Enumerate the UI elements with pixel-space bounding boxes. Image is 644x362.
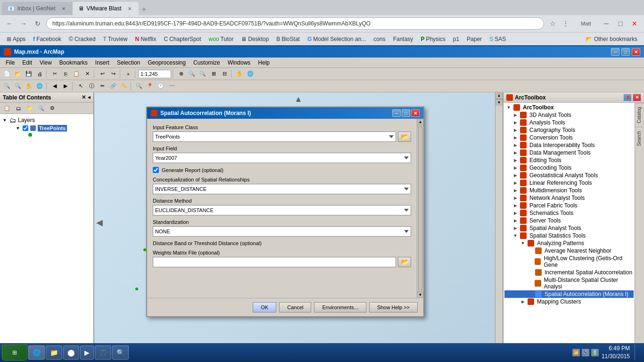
tree-parcel[interactable]: ▶ Parcel Fabric Tools	[504, 202, 634, 209]
tb-select[interactable]: ↖	[75, 82, 86, 91]
tb-delete[interactable]: ✕	[82, 69, 92, 79]
star-button[interactable]: ☆	[547, 18, 558, 29]
tab-vmware[interactable]: 🖥 VMware Blast ✕	[73, 2, 139, 15]
dialog-minimize[interactable]: ─	[392, 109, 401, 117]
tree-network[interactable]: ▶ Network Analyst Tools	[504, 194, 634, 202]
maximize-button[interactable]: □	[615, 18, 626, 29]
layers-root[interactable]: ▼ 🗂 Layers	[2, 116, 91, 124]
tree-spatial-stats[interactable]: ▼ Spatial Statistics Tools	[504, 232, 634, 239]
tb-undo[interactable]: ↩	[97, 69, 107, 79]
dialog-scrollbar[interactable]: ▲ ▼	[417, 119, 423, 298]
taskbar-ie[interactable]: 🌐	[28, 346, 45, 360]
start-button[interactable]: ⊞	[2, 345, 27, 361]
tree-server[interactable]: ▶ Server Tools	[504, 217, 634, 224]
tree-linear-ref[interactable]: ▶ Linear Referencing Tools	[504, 179, 634, 187]
bookmark-cons[interactable]: cons	[371, 35, 388, 43]
map-area[interactable]: ◀ ▲ Spatial Autocorrelation (Morans I) ─…	[94, 92, 503, 353]
taskbar-winamp[interactable]: 🎵	[95, 346, 111, 360]
tree-geostatistical[interactable]: ▶ Geostatistical Analyst Tools	[504, 172, 634, 179]
tb-fixed-zoom-in[interactable]: ⊞	[208, 69, 219, 79]
tb-time[interactable]: 🕐	[156, 82, 166, 91]
network-icon[interactable]: 📶	[572, 349, 580, 356]
dialog-maximize[interactable]: □	[402, 109, 410, 117]
tb-paste[interactable]: 📋	[71, 69, 82, 79]
spatial-autocorrelation-dialog[interactable]: Spatial Autocorrelation (Morans I) ─ □ ✕…	[146, 107, 424, 317]
forward-button[interactable]: →	[18, 18, 29, 29]
menu-insert[interactable]: Insert	[91, 58, 113, 67]
tree-avg-nearest-neighbor[interactable]: ▶ Average Nearest Neighbor	[504, 247, 634, 255]
tree-3d-analyst[interactable]: ▶ 3D Analyst Tools	[504, 111, 634, 119]
user-button[interactable]: Matt	[574, 18, 598, 29]
map-nav-left[interactable]: ◀	[96, 217, 103, 228]
tb-edit2[interactable]: ✏	[97, 82, 107, 91]
bookmark-facebook[interactable]: f Facebook	[30, 35, 64, 43]
menu-bookmarks[interactable]: Bookmarks	[56, 58, 91, 67]
arcmap-minimize[interactable]: ─	[611, 48, 619, 56]
input-field-select[interactable]: Year2007	[153, 153, 411, 163]
arcmap-close[interactable]: ✕	[632, 48, 640, 56]
tb-new[interactable]: 📄	[2, 69, 12, 79]
menu-customize[interactable]: Customize	[190, 58, 224, 67]
tb-pan[interactable]: ✋	[234, 69, 245, 79]
bookmark-p1[interactable]: p1	[450, 35, 462, 43]
dialog-close[interactable]: ✕	[411, 109, 420, 117]
weights-matrix-browse[interactable]: 📂	[398, 257, 411, 267]
menu-help[interactable]: Help	[254, 58, 273, 67]
bookmark-netflix[interactable]: N Netflix	[132, 35, 159, 43]
address-bar[interactable]	[46, 17, 544, 30]
map-scrollbar-vertical[interactable]: ▲ ▼	[495, 92, 503, 345]
conceptualization-select[interactable]: INVERSE_DISTANCE	[153, 184, 411, 194]
tree-data-interop[interactable]: ▶ Data Interoperability Tools	[504, 141, 634, 149]
tb-fixed-zoom-out[interactable]: ⊟	[219, 69, 230, 79]
reload-button[interactable]: ↻	[32, 18, 43, 29]
toc-btn2[interactable]: 🗂	[13, 104, 24, 113]
taskbar-media[interactable]: ▶	[80, 346, 94, 360]
bookmark-sas[interactable]: S SAS	[487, 35, 509, 43]
tb-info[interactable]: ⓘ	[86, 82, 97, 91]
taskbar-explorer[interactable]: 📁	[46, 346, 62, 360]
menu-windows[interactable]: Windows	[224, 58, 255, 67]
tb-cut[interactable]: ✂	[50, 69, 60, 79]
tb-measure[interactable]: 📏	[119, 82, 129, 91]
tb-find[interactable]: 🔍	[134, 82, 144, 91]
bookmark-fantasy[interactable]: Fantasy	[390, 35, 416, 43]
map-nav-up[interactable]: ▲	[294, 94, 303, 104]
bookmark-desktop[interactable]: 🖥 Desktop	[238, 35, 272, 43]
tb-globe[interactable]: 🌐	[245, 69, 256, 79]
environments-button[interactable]: Environments...	[314, 302, 366, 313]
tree-schematics[interactable]: ▶ Schematics Tools	[504, 209, 634, 217]
vmware-close[interactable]: ✕	[126, 5, 133, 12]
tb-zoom-in2[interactable]: 🔍	[2, 82, 12, 91]
tb-full-extent[interactable]: ⊕	[176, 69, 186, 79]
tree-spatial-analyst[interactable]: ▶ Spatial Analyst Tools	[504, 224, 634, 232]
tree-editing[interactable]: ▶ Editing Tools	[504, 156, 634, 164]
tree-incremental-spatial[interactable]: ▶ Incremental Spatial Autocorrelation	[504, 269, 634, 276]
tree-cartography[interactable]: ▶ Cartography Tools	[504, 126, 634, 134]
toc-btn3[interactable]: 📁	[25, 104, 35, 113]
tb-print[interactable]: 🖨	[34, 69, 45, 79]
tree-analyzing-patterns[interactable]: ▼ Analyzing Patterns	[504, 239, 634, 247]
bookmark-paper[interactable]: Paper	[464, 35, 485, 43]
taskbar-chrome[interactable]: ⬤	[63, 346, 79, 360]
toolbox-tree[interactable]: ▼ ArcToolbox ▶ 3D Analyst Tools ▶ Analys…	[504, 103, 635, 353]
minimize-button[interactable]: ─	[601, 18, 612, 29]
new-tab-button[interactable]: +	[139, 4, 150, 15]
toc-close[interactable]: ✕	[82, 94, 86, 100]
cancel-button[interactable]: Cancel	[279, 302, 311, 313]
bookmark-chapterspot[interactable]: C ChapterSpot	[161, 35, 204, 43]
bookmark-biostat[interactable]: B BioStat	[273, 35, 303, 43]
settings-button[interactable]: ⋮	[560, 18, 571, 29]
tree-data-mgmt[interactable]: ▶ Data Management Tools	[504, 149, 634, 156]
tb-zoom-in[interactable]: 🔍	[187, 69, 197, 79]
toc-expand[interactable]: ◂	[88, 94, 91, 100]
catalog-tab[interactable]: Catalog	[635, 103, 644, 127]
bookmark-apps[interactable]: ⊞ Apps	[4, 35, 28, 43]
menu-geoprocessing[interactable]: Geoprocessing	[144, 58, 190, 67]
tb-zoom-out2[interactable]: 🔍	[13, 82, 23, 91]
browser-close-button[interactable]: ✕	[629, 18, 640, 29]
tree-arctoolbox[interactable]: ▼ ArcToolbox	[504, 104, 634, 111]
tb-copy[interactable]: ⎘	[60, 69, 71, 79]
search-tab[interactable]: Search	[635, 127, 644, 150]
taskbar-magnifier[interactable]: 🔍	[112, 346, 129, 360]
arcmap-maximize[interactable]: □	[621, 48, 630, 56]
